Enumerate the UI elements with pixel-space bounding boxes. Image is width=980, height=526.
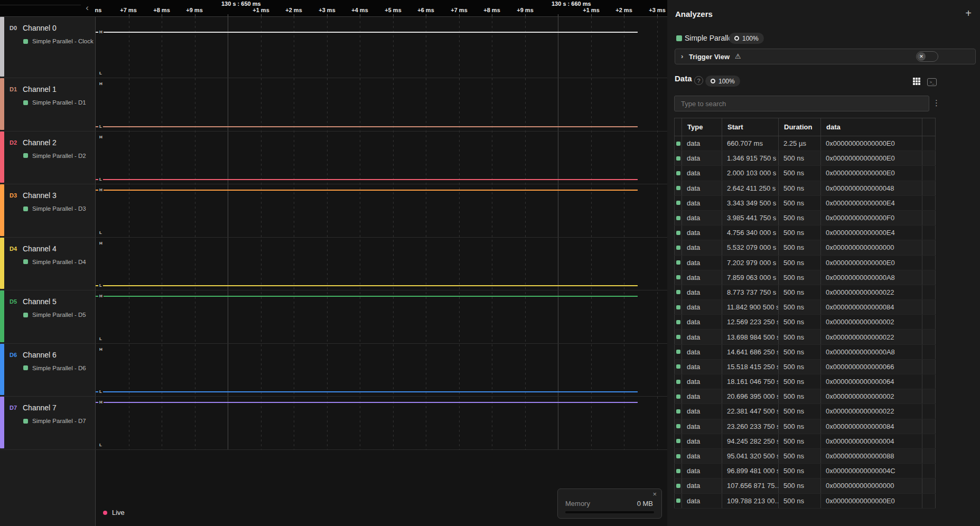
spacer-cell <box>922 226 936 240</box>
channel-analyzer-chip: Simple Parallel - D7 <box>23 418 86 424</box>
start-cell: 2.642 411 250 s <box>722 181 779 195</box>
frame-color-icon <box>676 380 680 384</box>
analyzer-color-icon <box>23 365 28 370</box>
channel-row-d4[interactable]: D4Channel 4Simple Parallel - D4 <box>0 237 96 290</box>
more-options-icon[interactable]: ⋮ <box>932 98 940 108</box>
table-row[interactable]: data7.202 979 000 s500 ns0x0000000000000… <box>674 256 936 270</box>
close-icon[interactable]: × <box>652 490 657 498</box>
spacer-cell <box>922 345 936 359</box>
channel-row-d3[interactable]: D3Channel 3Simple Parallel - D3 <box>0 184 96 237</box>
column-header-type[interactable]: Type <box>682 118 722 136</box>
table-row[interactable]: data8.773 737 750 s500 ns0x0000000000000… <box>674 285 936 300</box>
signal-line-d1 <box>96 126 638 127</box>
warning-icon: ⚠ <box>735 52 741 60</box>
collapse-timeline-icon[interactable]: ‹ <box>82 2 92 14</box>
frame-color-icon <box>676 469 680 473</box>
channel-id-label: D6 <box>10 352 17 358</box>
column-header-start[interactable]: Start <box>722 118 779 136</box>
table-row[interactable]: data2.642 411 250 s500 ns0x0000000000000… <box>674 181 936 196</box>
frame-color-icon <box>676 231 680 235</box>
minor-gridline <box>360 16 360 449</box>
analyzer-color-icon <box>23 100 28 105</box>
analyzer-progress-value: 100% <box>742 35 759 42</box>
table-row[interactable]: data1.346 915 750 s500 ns0x0000000000000… <box>674 151 936 166</box>
analyzer-list-item[interactable]: Simple Parallel 100% <box>667 32 980 45</box>
analyzer-color-icon <box>23 206 28 211</box>
data-cell: 0x00000000000000E0 <box>821 151 922 165</box>
low-marker: L <box>98 443 103 448</box>
table-row[interactable]: data109.788 213 00…500 ns0x0000000000000… <box>674 494 936 509</box>
table-row[interactable]: data22.381 447 500 s500 ns0x000000000000… <box>674 404 936 419</box>
channel-color-strip <box>0 290 4 342</box>
channel-color-strip <box>0 238 4 289</box>
analyzer-color-icon <box>676 35 682 41</box>
analyzer-progress-badge: 100% <box>729 33 764 44</box>
table-row[interactable]: data15.518 415 250 s500 ns0x000000000000… <box>674 360 936 374</box>
frame-color-icon <box>676 142 680 146</box>
table-row[interactable]: data3.343 349 500 s500 ns0x0000000000000… <box>674 196 936 211</box>
table-row[interactable]: data20.696 395 000 s500 ns0x000000000000… <box>674 389 936 404</box>
table-row[interactable]: data5.532 079 000 s500 ns0x0000000000000… <box>674 240 936 255</box>
signal-line-d2 <box>96 179 638 180</box>
low-marker: L <box>98 124 103 129</box>
signal-line-d3 <box>96 190 638 191</box>
channel-color-strip <box>0 397 4 448</box>
high-marker: H <box>98 81 104 87</box>
table-row[interactable]: data23.260 233 750 s500 ns0x000000000000… <box>674 419 936 434</box>
minor-gridline <box>294 16 294 449</box>
table-row[interactable]: data18.161 046 750 s500 ns0x000000000000… <box>674 374 936 389</box>
channel-row-border <box>0 184 667 184</box>
channel-row-border <box>0 131 667 132</box>
table-row[interactable]: data3.985 441 750 s500 ns0x0000000000000… <box>674 211 936 226</box>
frame-color-icon <box>676 364 680 369</box>
start-cell: 107.656 871 75… <box>722 478 779 493</box>
channel-row-d5[interactable]: D5Channel 5Simple Parallel - D5 <box>0 290 96 343</box>
start-cell: 4.756 340 000 s <box>722 226 779 240</box>
search-input[interactable] <box>675 96 929 111</box>
trigger-view-row[interactable]: › Trigger View ⚠ ✕ <box>675 49 976 64</box>
frame-color-icon <box>676 260 680 265</box>
table-row[interactable]: data14.641 686 250 s500 ns0x000000000000… <box>674 345 936 360</box>
channel-id-label: D0 <box>10 25 17 31</box>
data-cell: 0x00000000000000E0 <box>821 136 922 151</box>
table-view-icon[interactable] <box>913 78 920 85</box>
channel-row-d2[interactable]: D2Channel 2Simple Parallel - D2 <box>0 131 96 184</box>
table-row[interactable]: data4.756 340 000 s500 ns0x0000000000000… <box>674 226 936 240</box>
channel-analyzer-chip: Simple Parallel - Clock <box>23 38 94 44</box>
analyzer-color-icon <box>23 39 28 44</box>
timeline-tick-label: +2 ms <box>285 7 302 13</box>
timeline-major-label: 130 s : 660 ms <box>552 1 591 7</box>
terminal-view-icon[interactable]: >_ <box>927 78 937 86</box>
header-border <box>0 16 667 17</box>
table-row[interactable]: data95.041 320 500 s500 ns0x000000000000… <box>674 449 936 464</box>
channel-row-d1[interactable]: D1Channel 1Simple Parallel - D1 <box>0 78 96 131</box>
help-icon[interactable]: ? <box>694 76 703 85</box>
table-row[interactable]: data94.245 282 250 s500 ns0x000000000000… <box>674 434 936 449</box>
channel-name: Channel 6 <box>23 351 57 359</box>
live-indicator[interactable]: Live <box>103 509 125 516</box>
channel-row-d7[interactable]: D7Channel 7Simple Parallel - D7 <box>0 396 96 449</box>
signal-line-d6 <box>96 391 638 392</box>
channel-row-d0[interactable]: D0Channel 0Simple Parallel - Clock <box>0 16 96 78</box>
start-cell: 14.641 686 250 s <box>722 345 779 359</box>
minor-gridline <box>492 16 492 449</box>
table-row[interactable]: data12.569 223 250 s500 ns0x000000000000… <box>674 315 936 330</box>
table-row[interactable]: data11.842 900 500 s500 ns0x000000000000… <box>674 300 936 315</box>
trigger-view-toggle[interactable]: ✕ <box>916 51 938 62</box>
row-marker-cell <box>674 434 682 448</box>
frame-color-icon <box>676 439 680 443</box>
column-header-duration[interactable]: Duration <box>779 118 821 136</box>
channel-row-d6[interactable]: D6Channel 6Simple Parallel - D6 <box>0 343 96 397</box>
column-header-data[interactable]: data <box>821 118 922 136</box>
table-row[interactable]: data13.698 984 500 s500 ns0x000000000000… <box>674 330 936 344</box>
table-row[interactable]: data660.707 ms2.25 µs0x00000000000000E0 <box>674 136 936 151</box>
table-row[interactable]: data7.859 063 000 s500 ns0x0000000000000… <box>674 270 936 285</box>
table-row[interactable]: data2.000 103 000 s500 ns0x0000000000000… <box>674 166 936 181</box>
data-cell: 0x0000000000000002 <box>821 389 922 403</box>
spacer-cell <box>922 196 936 210</box>
table-row[interactable]: data96.899 481 000 s500 ns0x000000000000… <box>674 464 936 478</box>
memory-label: Memory <box>565 500 590 508</box>
channel-analyzer-label: Simple Parallel - D1 <box>32 99 86 106</box>
add-analyzer-button[interactable]: + <box>963 7 974 20</box>
table-row[interactable]: data107.656 871 75…500 ns0x0000000000000… <box>674 478 936 493</box>
